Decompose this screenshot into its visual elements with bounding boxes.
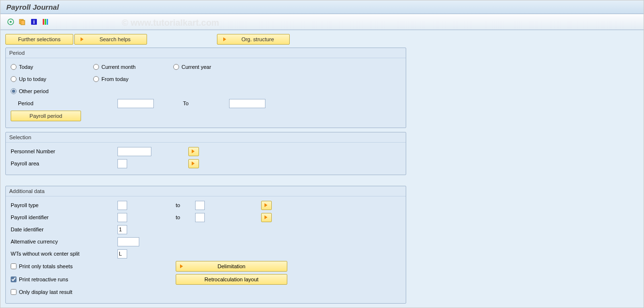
arrow-right-icon: [264, 202, 269, 208]
arrow-right-icon: [179, 263, 185, 269]
org-structure-button[interactable]: Org. structure: [217, 34, 290, 45]
radio-current-year[interactable]: [173, 64, 179, 70]
arrow-right-icon: [80, 36, 85, 42]
payroll-identifier-multiple-button[interactable]: [261, 213, 272, 222]
pernr-input[interactable]: [117, 147, 151, 156]
period-group: Period Today Current month Current year …: [5, 48, 406, 128]
group-legend: Selection: [6, 132, 406, 143]
radio-today[interactable]: [11, 64, 17, 70]
radio-label: Other period: [19, 88, 49, 94]
payroll-area-label: Payroll area: [11, 161, 117, 166]
button-label: Payroll period: [30, 113, 62, 119]
radio-label: Today: [19, 64, 33, 70]
button-label: Retrocalculation layout: [204, 276, 258, 282]
pernr-label: Personnel Number: [11, 148, 117, 154]
arrow-right-icon: [191, 148, 197, 154]
content-area: Further selections Search helps Org. str…: [0, 30, 644, 308]
execute-icon[interactable]: [6, 17, 15, 26]
only-last-checkbox[interactable]: [11, 289, 17, 295]
button-label: Delimitation: [217, 263, 245, 269]
radio-label: Current year: [182, 64, 211, 70]
radio-label: Up to today: [19, 76, 46, 82]
payroll-identifier-from-input[interactable]: [117, 213, 127, 222]
radio-other-period[interactable]: [11, 88, 17, 94]
further-selections-button[interactable]: Further selections: [5, 34, 73, 45]
print-retro-checkbox[interactable]: [11, 276, 17, 282]
svg-rect-8: [47, 19, 48, 25]
date-identifier-input[interactable]: [117, 225, 127, 234]
print-totals-checkbox[interactable]: [11, 263, 17, 269]
payroll-type-multiple-button[interactable]: [261, 201, 272, 210]
button-label: Further selections: [18, 36, 60, 42]
page-title: Payroll Journal: [6, 3, 638, 11]
payroll-period-button[interactable]: Payroll period: [11, 111, 81, 121]
payroll-area-multiple-button[interactable]: [188, 159, 199, 168]
title-bar: Payroll Journal: [0, 0, 644, 14]
radio-current-month[interactable]: [93, 64, 99, 70]
checkbox-label: Print retroactive runs: [19, 276, 68, 282]
svg-text:i: i: [33, 19, 34, 25]
radio-up-to-today[interactable]: [11, 76, 17, 82]
period-label: Period: [18, 100, 117, 106]
watermark: © www.tutorialkart.com: [122, 18, 219, 28]
pernr-multiple-button[interactable]: [188, 147, 199, 156]
period-to-input[interactable]: [229, 99, 265, 108]
info-icon[interactable]: i: [30, 17, 38, 26]
svg-rect-3: [21, 20, 25, 25]
payroll-identifier-to-input[interactable]: [195, 213, 205, 222]
radio-label: From today: [101, 76, 129, 82]
wts-label: WTs without work center split: [11, 251, 117, 257]
payroll-type-label: Payroll type: [11, 202, 117, 208]
arrow-right-icon: [191, 161, 197, 166]
period-from-input[interactable]: [117, 99, 154, 108]
payroll-type-from-input[interactable]: [117, 201, 127, 210]
alt-currency-input[interactable]: [117, 237, 139, 246]
selection-buttons-bar: Further selections Search helps Org. str…: [5, 34, 639, 45]
spacer: [148, 34, 216, 45]
to-label: To: [183, 100, 229, 106]
svg-rect-7: [45, 19, 46, 25]
get-variant-icon[interactable]: [18, 17, 27, 26]
checkbox-label: Print only totals sheets: [19, 263, 73, 269]
payroll-type-to-input[interactable]: [195, 201, 205, 210]
toolbar: i © www.tutorialkart.com: [0, 14, 644, 30]
selection-group: Selection Personnel Number Payroll area: [5, 132, 406, 175]
wts-input[interactable]: [117, 249, 127, 259]
color-legend-icon[interactable]: [41, 17, 50, 26]
radio-label: Current month: [101, 64, 135, 70]
checkbox-label: Only display last result: [19, 289, 72, 295]
arrow-right-icon: [222, 36, 228, 42]
svg-rect-6: [43, 19, 44, 25]
button-label: Search helps: [88, 36, 142, 42]
search-helps-button[interactable]: Search helps: [74, 34, 147, 45]
additional-data-group: Additional data Payroll type to Payroll …: [5, 186, 406, 304]
button-label: Org. structure: [231, 36, 284, 42]
to-label: to: [176, 202, 195, 208]
retro-layout-button[interactable]: Retrocalculation layout: [176, 274, 287, 285]
alt-currency-label: Alternative currency: [11, 239, 117, 244]
radio-from-today[interactable]: [93, 76, 99, 82]
delimitation-button[interactable]: Delimitation: [176, 261, 287, 272]
payroll-identifier-label: Payroll identifier: [11, 214, 117, 220]
payroll-area-input[interactable]: [117, 159, 127, 168]
to-label: to: [176, 214, 195, 220]
date-identifier-label: Date identifier: [11, 227, 117, 232]
svg-point-1: [10, 21, 12, 23]
group-legend: Period: [6, 48, 406, 58]
arrow-right-icon: [264, 214, 269, 220]
group-legend: Additional data: [6, 186, 406, 196]
